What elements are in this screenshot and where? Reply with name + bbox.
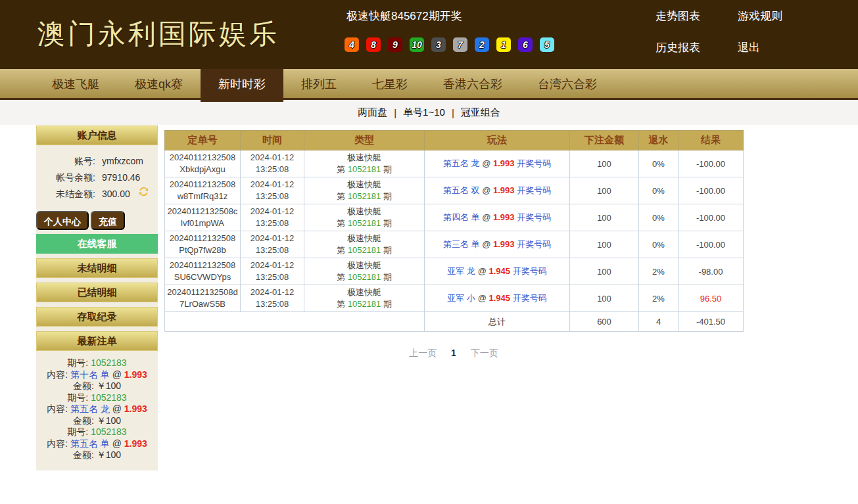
draw-number-link[interactable]: 开奖号码 bbox=[517, 239, 551, 249]
account-username-row: 账号: ymfxzcom bbox=[36, 153, 158, 170]
tab-xianggangliuhecai[interactable]: 香港六合彩 bbox=[425, 69, 520, 100]
bet-issue-value: 1052183 bbox=[91, 426, 127, 437]
header-links: 走势图表 游戏规则 历史报表 退出 bbox=[655, 9, 782, 55]
user-buttons: 个人中心 充值 bbox=[36, 211, 158, 230]
lottery-ball: 2 bbox=[475, 37, 489, 52]
draw-number-link[interactable]: 开奖号码 bbox=[517, 212, 551, 222]
pagination: 上一页 1 下一页 bbox=[164, 348, 743, 359]
mode-champion-combo[interactable]: 冠亚组合 bbox=[461, 106, 500, 119]
table-row: 20240112132508w8TmfRq31z 2024-01-1213:25… bbox=[165, 177, 744, 204]
bet-result: -100.00 bbox=[679, 177, 744, 204]
sidebar: 账户信息 账号: ymfxzcom 帐号余额: 97910.46 未结金额: 3… bbox=[36, 126, 158, 470]
bet-result: -98.00 bbox=[679, 258, 744, 285]
col-rebate: 退水 bbox=[639, 131, 679, 150]
table-total-row: 总计 600 4 -401.50 bbox=[165, 312, 744, 332]
total-result: -401.50 bbox=[679, 312, 744, 332]
tab-xinshishicai[interactable]: 新时时彩 bbox=[201, 69, 283, 102]
account-unsettled-row: 未结金额: 300.00 bbox=[36, 186, 158, 202]
bet-odds: 1.993 bbox=[124, 369, 147, 380]
bet-content-value: 第五名 单 bbox=[70, 438, 110, 449]
mode-two-sides[interactable]: 两面盘 bbox=[358, 106, 387, 119]
bet-issue-label: 期号: bbox=[67, 357, 88, 368]
online-service-button[interactable]: 在线客服 bbox=[36, 234, 158, 254]
bet-rebate: 0% bbox=[639, 150, 679, 177]
bet-amount: 100 bbox=[570, 285, 639, 312]
bet-amount-label: 金额: bbox=[73, 380, 94, 391]
bet-play: 第五名 龙 @ 1.993 开奖号码 bbox=[425, 150, 570, 177]
current-page[interactable]: 1 bbox=[451, 348, 456, 358]
bet-result: -100.00 bbox=[679, 204, 744, 231]
col-play: 玩法 bbox=[425, 131, 570, 150]
tab-qixingcai[interactable]: 七星彩 bbox=[354, 69, 425, 100]
draw-number-link[interactable]: 开奖号码 bbox=[517, 185, 551, 195]
table-row: 20240112132508clvf01mpWA 2024-01-1213:25… bbox=[165, 204, 744, 231]
bet-play: 第四名 单 @ 1.993 开奖号码 bbox=[425, 204, 570, 231]
deposit-record-button[interactable]: 存取纪录 bbox=[36, 307, 158, 327]
lottery-ball: 7 bbox=[453, 37, 467, 52]
account-info-button[interactable]: 账户信息 bbox=[36, 126, 158, 145]
history-report-link[interactable]: 历史报表 bbox=[655, 40, 738, 55]
bet-amount: 100 bbox=[570, 231, 639, 258]
bet-rebate: 2% bbox=[639, 285, 679, 312]
col-time: 时间 bbox=[241, 131, 304, 150]
order-id: 20240112132508d7LrOawS5B bbox=[165, 285, 241, 312]
bet-amount: 100 bbox=[570, 258, 639, 285]
recharge-button[interactable]: 充值 bbox=[91, 211, 125, 230]
tab-taiwanliuhecai[interactable]: 台湾六合彩 bbox=[520, 69, 615, 100]
latest-draw-panel: 极速快艇845672期开奖 4 8 9 10 3 7 2 1 6 5 bbox=[346, 9, 554, 52]
latest-bets-list: 期号: 1052183 内容: 第十名 单 @ 1.993 金额: ￥100 期… bbox=[36, 357, 158, 461]
settled-detail-button[interactable]: 已结明细 bbox=[36, 283, 158, 302]
separator: | bbox=[452, 107, 454, 118]
bet-amount-label: 金额: bbox=[73, 415, 94, 426]
bet-time: 2024-01-1213:25:08 bbox=[241, 285, 304, 312]
bet-item: 期号: 1052183 内容: 第五名 龙 @ 1.993 金额: ￥100 bbox=[36, 392, 158, 427]
draw-number-link[interactable]: 开奖号码 bbox=[513, 266, 547, 276]
bet-issue-value: 1052183 bbox=[91, 392, 127, 403]
prev-page-button[interactable]: 上一页 bbox=[409, 348, 437, 358]
order-id: 20240112132508PtQp7fw28b bbox=[165, 231, 241, 258]
balance-value: 97910.46 bbox=[102, 170, 140, 186]
order-id: 20240112132508w8TmfRq31z bbox=[165, 177, 241, 204]
tab-jisuqksai[interactable]: 极速qk赛 bbox=[117, 69, 201, 100]
lottery-ball: 10 bbox=[410, 37, 424, 52]
col-type: 类型 bbox=[304, 131, 425, 150]
game-rules-link[interactable]: 游戏规则 bbox=[738, 9, 782, 24]
lottery-ball: 6 bbox=[518, 37, 533, 52]
bet-records-table: 定单号 时间 类型 玩法 下注金额 退水 结果 20240112132508Xb… bbox=[164, 130, 744, 332]
bet-amount-value: ￥100 bbox=[97, 449, 121, 460]
draw-number-link[interactable]: 开奖号码 bbox=[517, 158, 551, 168]
table-row: 20240112132508XbkdpjAxgu 2024-01-1213:25… bbox=[165, 150, 744, 177]
bet-content-label: 内容: bbox=[47, 403, 68, 414]
play-mode-bar: 两面盘 | 单号1~10 | 冠亚组合 bbox=[0, 100, 858, 125]
tab-pailiewu[interactable]: 排列五 bbox=[283, 69, 354, 100]
unsettled-label: 未结金额: bbox=[36, 186, 95, 202]
bet-item: 期号: 1052183 内容: 第五名 单 @ 1.993 金额: ￥100 bbox=[36, 426, 158, 461]
bet-item: 期号: 1052183 内容: 第十名 单 @ 1.993 金额: ￥100 bbox=[36, 357, 158, 392]
draw-number-link[interactable]: 开奖号码 bbox=[513, 293, 547, 303]
bet-rebate: 0% bbox=[639, 204, 679, 231]
mode-single-numbers[interactable]: 单号1~10 bbox=[403, 106, 445, 119]
lottery-ball: 3 bbox=[431, 37, 446, 52]
trend-chart-link[interactable]: 走势图表 bbox=[655, 9, 738, 24]
username-label: 账号: bbox=[36, 153, 95, 170]
personal-center-button[interactable]: 个人中心 bbox=[36, 211, 89, 230]
table-row: 20240112132508PtQp7fw28b 2024-01-1213:25… bbox=[165, 231, 744, 258]
col-amount: 下注金额 bbox=[570, 131, 639, 150]
logout-link[interactable]: 退出 bbox=[738, 40, 782, 55]
latest-bets-button[interactable]: 最新注单 bbox=[36, 331, 158, 351]
col-order-id: 定单号 bbox=[165, 131, 241, 150]
bet-result: -100.00 bbox=[679, 150, 744, 177]
tab-jisufeiting[interactable]: 极速飞艇 bbox=[34, 69, 117, 100]
bet-type: 极速快艇第 1052181 期 bbox=[304, 258, 425, 285]
bet-content-label: 内容: bbox=[47, 369, 68, 380]
refresh-balance-icon[interactable] bbox=[138, 186, 149, 197]
next-page-button[interactable]: 下一页 bbox=[471, 348, 498, 358]
site-logo: 澳门永利国际娱乐 bbox=[37, 16, 279, 53]
unsettled-detail-button[interactable]: 未结明细 bbox=[36, 258, 158, 278]
bet-type: 极速快艇第 1052181 期 bbox=[304, 150, 425, 177]
at-sign: @ bbox=[112, 403, 122, 414]
bet-play: 第五名 双 @ 1.993 开奖号码 bbox=[425, 177, 570, 204]
balance-label: 帐号余额: bbox=[36, 170, 95, 186]
total-rebate: 4 bbox=[639, 312, 679, 332]
bet-amount: 100 bbox=[570, 177, 639, 204]
